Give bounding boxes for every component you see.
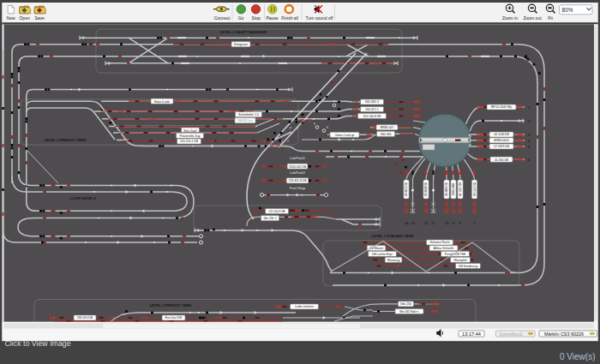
svg-text:LEVEL 2 FREIGHT YARD: LEVEL 2 FREIGHT YARD bbox=[44, 138, 86, 142]
svg-text:Laabs container: Laabs container bbox=[295, 305, 314, 308]
svg-text:1: 1 bbox=[281, 140, 283, 143]
svg-text:BRB5-003: BRB5-003 bbox=[452, 182, 455, 195]
svg-text:Eaos 4 axle: Eaos 4 axle bbox=[154, 100, 170, 104]
svg-text:12: 12 bbox=[424, 221, 429, 225]
svg-text:V200 002 DB: V200 002 DB bbox=[289, 165, 307, 169]
svg-text:Pulvermille Zug: Pulvermille Zug bbox=[180, 134, 200, 138]
svg-text:Zoom out: Zoom out bbox=[523, 15, 542, 21]
svg-text:Märklin CS3 60226: Märklin CS3 60226 bbox=[544, 331, 584, 337]
svg-text:LokPark2: LokPark2 bbox=[290, 170, 305, 175]
svg-text:Zoom in: Zoom in bbox=[502, 15, 518, 21]
svg-text:Pause: Pause bbox=[266, 15, 278, 21]
svg-text:64 1311 DB: 64 1311 DB bbox=[459, 182, 462, 197]
svg-text:Connect: Connect bbox=[214, 15, 231, 21]
svg-text:41-356 DB: 41-356 DB bbox=[495, 158, 509, 162]
svg-text:0 View(s): 0 View(s) bbox=[560, 352, 596, 361]
svg-text:LEVEL 1 STAGING YARD: LEVEL 1 STAGING YARD bbox=[371, 234, 413, 238]
svg-text:Rheinpfeil: Rheinpfeil bbox=[453, 259, 466, 262]
svg-text:DB Loreler Expr: DB Loreler Expr bbox=[372, 253, 393, 256]
svg-text:F: F bbox=[314, 122, 315, 126]
svg-text:Altbau Schnellz: Altbau Schnellz bbox=[434, 247, 454, 250]
svg-text:Reisezug: Reisezug bbox=[387, 259, 399, 262]
svg-text:Turn sound off: Turn sound off bbox=[306, 15, 334, 21]
svg-text:13: 13 bbox=[411, 221, 415, 225]
svg-text:LokPark1: LokPark1 bbox=[290, 156, 305, 160]
svg-text:Open: Open bbox=[19, 15, 29, 21]
svg-text:Königssee: Königssee bbox=[234, 43, 248, 46]
svg-text:DB Sonderzug: DB Sonderzug bbox=[459, 265, 477, 268]
svg-text:Ommu 2 axle go: Ommu 2 axle go bbox=[335, 134, 355, 137]
svg-text:BR 50-3045 Wp: BR 50-3045 Wp bbox=[491, 105, 512, 109]
svg-text:LEVEL 2 HAUPT BAHNHOF: LEVEL 2 HAUPT BAHNHOF bbox=[220, 30, 267, 34]
svg-text:Gbs 256~2: Gbs 256~2 bbox=[263, 217, 277, 220]
svg-text:254 106-8 DR: 254 106-8 DR bbox=[363, 115, 381, 118]
svg-text:52 3329 DB: 52 3329 DB bbox=[494, 145, 510, 148]
svg-text:10: 10 bbox=[445, 221, 449, 225]
svg-text:120-120-1 DB: 120-120-1 DB bbox=[180, 140, 199, 143]
svg-text:New: New bbox=[7, 15, 15, 21]
svg-text:V60 334: V60 334 bbox=[381, 133, 392, 136]
svg-text:80%: 80% bbox=[562, 7, 573, 13]
svg-text:BR 023 DB: BR 023 DB bbox=[405, 182, 408, 196]
svg-text:BRB5-007: BRB5-007 bbox=[381, 126, 394, 129]
svg-text:Fit: Fit bbox=[548, 15, 553, 21]
svg-text:211 140-9 DB: 211 140-9 DB bbox=[269, 210, 285, 213]
svg-text:BR 232 DB: BR 232 DB bbox=[473, 182, 477, 196]
svg-text:Stop: Stop bbox=[252, 15, 261, 21]
svg-text:Schwere Flachi: Schwere Flachi bbox=[429, 241, 449, 244]
svg-text:DB Mozart: DB Mozart bbox=[369, 247, 383, 250]
svg-text:Fuel Stop: Fuel Stop bbox=[290, 186, 306, 190]
svg-text:Click to View Image: Click to View Image bbox=[5, 339, 71, 348]
svg-text:260 417-1: 260 417-1 bbox=[365, 108, 378, 111]
svg-text:218 401-8 DB: 218 401-8 DB bbox=[289, 179, 308, 182]
svg-text:13:17:44: 13:17:44 bbox=[462, 331, 481, 337]
svg-text:Schüttkohle 1 D: Schüttkohle 1 D bbox=[238, 113, 259, 116]
svg-text:Save: Save bbox=[34, 15, 45, 21]
svg-text:Eva Uas 908: Eva Uas 908 bbox=[165, 316, 183, 319]
svg-text:BRB3-0002: BRB3-0002 bbox=[494, 139, 509, 142]
svg-text:2: 2 bbox=[287, 140, 289, 143]
svg-text:V60 334~2: V60 334~2 bbox=[365, 100, 380, 104]
svg-text:11: 11 bbox=[431, 221, 435, 225]
svg-text:LOOP LEVEL 2: LOOP LEVEL 2 bbox=[70, 196, 97, 200]
svg-text:Kbs 442 Stake c: Kbs 442 Stake c bbox=[399, 310, 419, 313]
svg-text:DB 003 DB: DB 003 DB bbox=[445, 182, 448, 196]
svg-text:BR 050 DB: BR 050 DB bbox=[424, 182, 428, 196]
svg-text:LEVEL 3 FREIGHT YARD: LEVEL 3 FREIGHT YARD bbox=[149, 303, 191, 307]
svg-text:44 1143 DB: 44 1143 DB bbox=[494, 133, 509, 136]
svg-text:14: 14 bbox=[405, 221, 409, 225]
svg-text:260 610 DB: 260 610 DB bbox=[77, 316, 93, 319]
svg-text:Go: Go bbox=[238, 15, 244, 21]
svg-text:Selz Zug2: Selz Zug2 bbox=[183, 129, 196, 133]
svg-text:Speedbox2: Speedbox2 bbox=[499, 331, 522, 337]
svg-text:Finish all: Finish all bbox=[281, 15, 298, 21]
svg-text:Gbs 256: Gbs 256 bbox=[400, 302, 411, 306]
svg-text:DB ERZ 4ax: DB ERZ 4ax bbox=[237, 119, 253, 122]
